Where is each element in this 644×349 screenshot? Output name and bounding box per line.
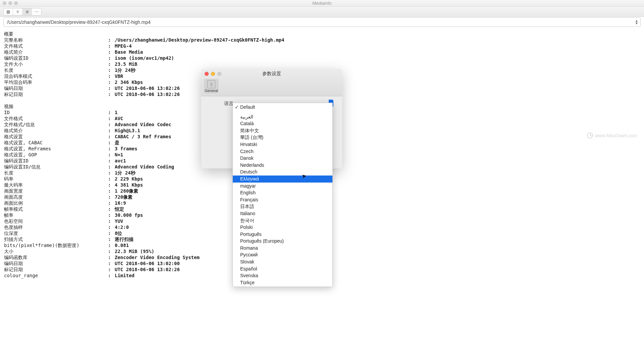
language-option[interactable]: Deutsch (233, 168, 332, 176)
info-value: Zencoder Video Encoding System (115, 254, 640, 260)
view-columns-icon[interactable]: ≣ (22, 8, 32, 15)
colon: : (108, 115, 115, 121)
colon: : (108, 272, 115, 279)
close-icon[interactable] (3, 1, 6, 5)
colon: : (108, 260, 115, 266)
watermark-text: www.MacDown.com (595, 133, 637, 138)
language-dropdown[interactable]: DefaultالعربيةCatalà简体中文華語 (台灣)HrvatskiC… (232, 103, 333, 287)
language-label: 语言 (224, 101, 233, 107)
info-key: 平均混合码率 (4, 79, 108, 85)
chevron-updown-icon: ▲▼ (635, 19, 638, 25)
info-value: 3 frames (115, 146, 640, 152)
language-option[interactable]: Français (233, 196, 332, 203)
info-value: Advanced Video Coding (115, 164, 640, 170)
language-option[interactable]: Português (Europeu) (233, 238, 332, 245)
info-key: colour_range (4, 272, 108, 279)
colon: : (108, 188, 115, 194)
info-value: 23.5 MiB (115, 61, 640, 67)
language-option[interactable]: Hrvatski (233, 141, 332, 148)
window-titlebar: MediaInfo (0, 0, 644, 7)
language-option[interactable]: Italiano (233, 210, 332, 217)
language-option[interactable]: magyar (233, 183, 332, 190)
info-key: 画面比例 (4, 200, 108, 206)
info-key: bits/(pixel*frame)(数据密度) (4, 242, 108, 248)
zoom-icon[interactable] (217, 72, 221, 76)
info-key: 画面高度 (4, 194, 108, 200)
info-value: avc1 (115, 158, 640, 164)
language-option[interactable]: 简体中文 (233, 127, 332, 134)
language-option[interactable]: 한국어 (233, 217, 332, 224)
language-option[interactable]: Romana (233, 245, 332, 252)
view-mode-segment[interactable]: ▦ ≡ ≣ ⋯ (3, 8, 42, 15)
info-key: 长度 (4, 67, 108, 73)
colon: : (108, 73, 115, 79)
info-value: 8位 (115, 230, 640, 236)
colon: : (108, 194, 115, 200)
language-option[interactable]: Default (233, 104, 332, 111)
info-value: Advanced Video Codec (115, 121, 640, 128)
zoom-icon[interactable] (14, 1, 18, 5)
language-option[interactable]: Polski (233, 224, 332, 231)
info-value: UTC 2018-06-06 13:02:00 (115, 260, 640, 266)
language-option[interactable]: Português (233, 231, 332, 238)
tab-general[interactable]: ▯ General (204, 79, 219, 93)
info-key: 编码函数库 (4, 254, 108, 260)
minimize-icon[interactable] (211, 72, 215, 76)
info-key: 格式设置, GOP (4, 152, 108, 158)
info-value: 是 (115, 140, 640, 146)
watermark: www.MacDown.com (587, 133, 637, 139)
info-value: YUV (115, 218, 640, 224)
colon: : (108, 49, 115, 55)
colon: : (108, 176, 115, 182)
info-key: 格式设置, CABAC (4, 140, 108, 146)
view-list-icon[interactable]: ≡ (13, 8, 22, 15)
colon: : (108, 37, 115, 43)
view-more-icon[interactable]: ⋯ (32, 8, 41, 15)
info-value: 22.3 MiB (95%) (115, 248, 640, 254)
colon: : (108, 236, 115, 242)
language-option[interactable]: Ελληνικά (233, 176, 332, 183)
info-value: MPEG-4 (115, 43, 640, 49)
info-key: 帧率 (4, 212, 108, 218)
language-option[interactable]: Slovak (233, 258, 332, 265)
info-key: 码率 (4, 176, 108, 182)
language-option[interactable]: 日本語 (233, 203, 332, 210)
file-path-combobox[interactable]: /Users/zhanghanwei/Desktop/preview-89247… (3, 17, 641, 27)
colon: : (108, 128, 115, 134)
info-value: isom (isom/avc1/mp42) (115, 55, 640, 61)
colon: : (108, 134, 115, 140)
info-value: Limited (115, 272, 640, 279)
language-option[interactable]: Español (233, 265, 332, 272)
info-value: 2 346 Kbps (115, 79, 640, 85)
minimize-icon[interactable] (8, 1, 12, 5)
language-option[interactable]: Dansk (233, 155, 332, 162)
colon: : (108, 242, 115, 248)
colon: : (108, 254, 115, 260)
prefs-traffic-lights (205, 72, 221, 76)
clock-icon (587, 133, 593, 139)
view-grid-icon[interactable]: ▦ (4, 8, 13, 15)
language-option[interactable]: Türkçe (233, 279, 332, 286)
language-option[interactable]: Русский (233, 251, 332, 258)
language-option[interactable]: العربية (233, 113, 332, 120)
info-key: 文件格式 (4, 115, 108, 121)
colon: : (108, 85, 115, 91)
colon: : (108, 212, 115, 218)
info-key: 编码设置ID (4, 158, 108, 164)
language-option[interactable]: 華語 (台灣) (233, 134, 332, 141)
info-key: 大小 (4, 248, 108, 254)
language-option[interactable]: Nederlands (233, 162, 332, 169)
info-key: 编码日期 (4, 85, 108, 91)
info-key: 格式设置, ReFrames (4, 146, 108, 152)
colon: : (108, 170, 115, 176)
colon: : (108, 224, 115, 230)
language-option[interactable]: Czech (233, 148, 332, 155)
colon: : (108, 109, 115, 115)
close-icon[interactable] (205, 72, 209, 76)
info-key: 文件大小 (4, 61, 108, 67)
language-option[interactable]: Svenska (233, 272, 332, 279)
language-option[interactable]: English (233, 189, 332, 196)
language-option[interactable]: Català (233, 120, 332, 127)
colon: : (108, 67, 115, 73)
info-value: /Users/zhanghanwei/Desktop/preview-89247… (115, 37, 640, 43)
